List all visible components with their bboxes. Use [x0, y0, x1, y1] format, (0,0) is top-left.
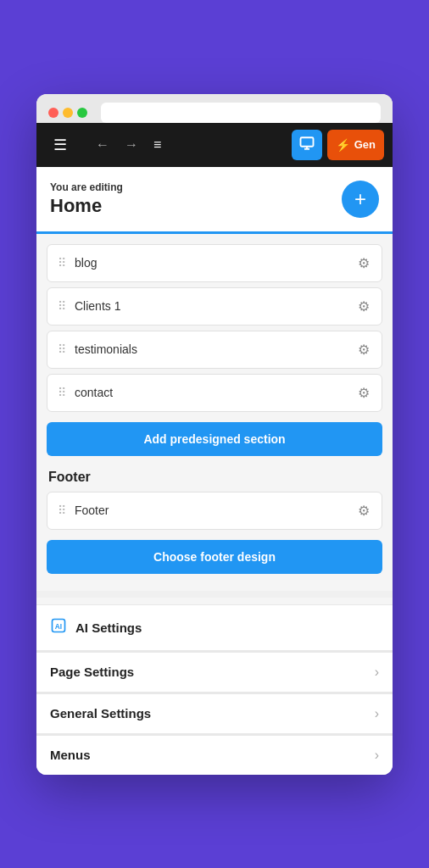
- settings-button-contact[interactable]: ⚙: [356, 383, 371, 403]
- drag-handle-icon: ⠿: [58, 504, 66, 517]
- section-name-testimonials: testimonials: [75, 342, 137, 356]
- general-settings-label: General Settings: [50, 706, 151, 721]
- browser-window: ☰ ← → ≡ ⚡ G: [36, 94, 393, 775]
- gear-icon: ⚙: [358, 256, 370, 270]
- drag-handle-icon: ⠿: [58, 342, 66, 356]
- back-button[interactable]: ←: [92, 134, 113, 156]
- traffic-light-red: [48, 108, 58, 118]
- settings-button-testimonials[interactable]: ⚙: [356, 340, 371, 359]
- lines-button[interactable]: ≡: [150, 134, 164, 156]
- toolbar-actions: ← → ≡: [84, 134, 292, 156]
- preview-button[interactable]: [292, 130, 322, 160]
- chevron-right-icon: ›: [375, 665, 379, 680]
- gear-icon: ⚙: [358, 504, 370, 518]
- gear-icon: ⚙: [358, 299, 370, 314]
- footer-group-label: Footer: [47, 470, 382, 485]
- sections-list: ⠿ blog ⚙ ⠿ Clients 1 ⚙ ⠿ tes: [47, 244, 382, 412]
- drag-handle-icon: ⠿: [58, 299, 66, 313]
- traffic-lights: [48, 108, 87, 118]
- spacer: [36, 598, 393, 604]
- footer-item[interactable]: ⠿ Footer ⚙: [47, 492, 382, 530]
- add-button[interactable]: +: [342, 181, 379, 218]
- main-content: ⠿ blog ⚙ ⠿ Clients 1 ⚙ ⠿ tes: [36, 234, 393, 591]
- plus-icon: +: [354, 187, 366, 211]
- menus-row[interactable]: Menus ›: [36, 735, 393, 775]
- settings-sections: AI AI Settings Page Settings › General S…: [36, 598, 393, 775]
- choose-footer-label: Choose footer design: [153, 550, 276, 564]
- page-header-text: You are editing Home: [50, 181, 123, 217]
- ai-settings-row[interactable]: AI AI Settings: [36, 604, 393, 651]
- general-settings-row[interactable]: General Settings ›: [36, 693, 393, 734]
- hamburger-button[interactable]: ☰: [36, 123, 84, 167]
- chevron-right-icon: ›: [375, 706, 379, 721]
- url-bar: [101, 103, 381, 123]
- ai-settings-icon: AI: [50, 617, 67, 638]
- add-section-label: Add predesigned section: [143, 432, 285, 446]
- footer-item-name: Footer: [75, 504, 109, 517]
- settings-button-footer[interactable]: ⚙: [356, 501, 371, 520]
- page-settings-label: Page Settings: [50, 665, 134, 679]
- add-predesigned-section-button[interactable]: Add predesigned section: [47, 422, 382, 456]
- chevron-right-icon: ›: [375, 748, 379, 763]
- choose-footer-design-button[interactable]: Choose footer design: [47, 540, 382, 574]
- preview-icon: [299, 136, 315, 154]
- section-item-clients[interactable]: ⠿ Clients 1 ⚙: [47, 287, 382, 326]
- section-item-contact[interactable]: ⠿ contact ⚙: [47, 374, 382, 412]
- forward-button[interactable]: →: [121, 134, 142, 156]
- menus-label: Menus: [50, 748, 91, 762]
- gear-icon: ⚙: [358, 386, 370, 400]
- hamburger-icon: ☰: [53, 136, 67, 154]
- section-name-clients: Clients 1: [75, 299, 120, 313]
- traffic-light-yellow: [63, 108, 73, 118]
- settings-button-clients[interactable]: ⚙: [356, 297, 371, 316]
- section-name-contact: contact: [75, 386, 113, 399]
- traffic-light-green: [77, 108, 87, 118]
- section-item-blog[interactable]: ⠿ blog ⚙: [47, 244, 382, 282]
- svg-text:AI: AI: [55, 622, 62, 631]
- page-title: Home: [50, 195, 123, 217]
- back-icon: ←: [96, 137, 109, 153]
- forward-icon: →: [125, 137, 138, 153]
- browser-chrome: [36, 94, 393, 123]
- lines-icon: ≡: [153, 137, 161, 153]
- ai-generate-button[interactable]: ⚡ Gen: [327, 130, 384, 160]
- page-header: You are editing Home +: [36, 167, 393, 234]
- drag-handle-icon: ⠿: [58, 386, 66, 399]
- ai-settings-label: AI Settings: [75, 620, 142, 635]
- gear-icon: ⚙: [358, 342, 370, 357]
- section-name-blog: blog: [75, 256, 97, 270]
- toolbar: ☰ ← → ≡ ⚡ G: [36, 123, 393, 167]
- footer-group: Footer ⠿ Footer ⚙ Choose footer design: [47, 470, 382, 574]
- ai-btn-label: Gen: [354, 138, 376, 151]
- drag-handle-icon: ⠿: [58, 256, 66, 270]
- settings-button-blog[interactable]: ⚙: [356, 253, 371, 273]
- svg-rect-0: [300, 137, 313, 147]
- section-item-testimonials[interactable]: ⠿ testimonials ⚙: [47, 331, 382, 369]
- ai-icon: ⚡: [336, 138, 350, 152]
- editing-label: You are editing: [50, 181, 123, 193]
- page-settings-row[interactable]: Page Settings ›: [36, 652, 393, 693]
